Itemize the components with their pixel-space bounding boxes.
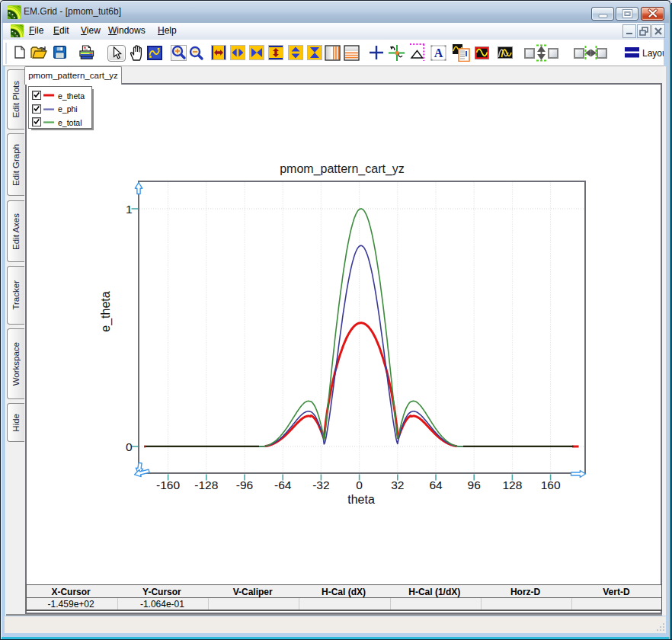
svg-text:-128: -128	[194, 478, 218, 491]
svg-text:-32: -32	[312, 478, 329, 491]
svg-text:-160: -160	[156, 478, 180, 491]
svg-text:128: 128	[502, 478, 522, 491]
svg-text:-64: -64	[274, 478, 292, 491]
svg-text:0: 0	[356, 478, 363, 491]
svg-text:pmom_pattern_cart_yz: pmom_pattern_cart_yz	[280, 162, 405, 176]
svg-text:160: 160	[541, 478, 561, 491]
svg-text:e_theta: e_theta	[99, 291, 113, 331]
svg-text:64: 64	[429, 478, 443, 491]
svg-text:32: 32	[391, 478, 404, 491]
svg-text:theta: theta	[347, 493, 375, 506]
svg-text:0: 0	[126, 440, 133, 453]
svg-text:1: 1	[126, 203, 133, 216]
svg-text:96: 96	[468, 478, 481, 491]
svg-text:-96: -96	[236, 478, 253, 491]
